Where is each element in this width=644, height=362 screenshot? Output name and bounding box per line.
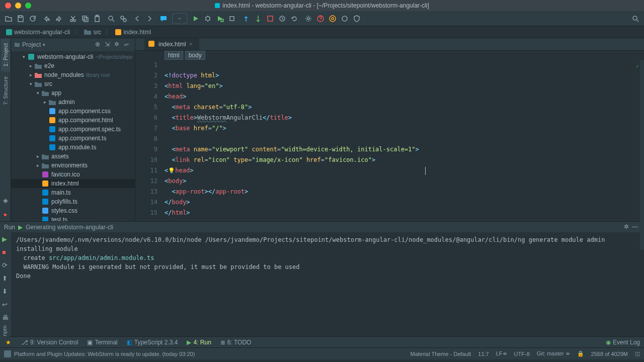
replace-icon[interactable]: [118, 13, 129, 24]
lock-icon[interactable]: 🔒: [577, 350, 584, 357]
project-tree[interactable]: ▾webstorm-angular-cli ~/Projects/sitepo▸…: [11, 51, 135, 221]
code-content[interactable]: <!doctype html> <html lang="en"> <head> …: [165, 60, 640, 250]
tree-row[interactable]: index.html: [11, 179, 135, 188]
shield-icon[interactable]: [351, 13, 362, 24]
tree-row[interactable]: ▸admin: [11, 98, 135, 107]
save-icon[interactable]: [15, 13, 26, 24]
tree-row[interactable]: ▸node_moduleslibrary root: [11, 70, 135, 79]
run-config-dropdown[interactable]: [172, 13, 187, 24]
run-icon[interactable]: [190, 13, 201, 24]
expand-icon[interactable]: ▸: [27, 63, 34, 68]
tree-row[interactable]: app.component.spec.ts: [11, 125, 135, 134]
vcs-history-icon[interactable]: [277, 13, 288, 24]
tree-row[interactable]: styles.css: [11, 206, 135, 215]
expand-icon[interactable]: ▸: [41, 100, 48, 105]
tree-row[interactable]: ▾src: [11, 79, 135, 88]
tab-event-log[interactable]: ◉Event Log: [606, 339, 640, 346]
inspection-ok-icon[interactable]: ✓: [636, 61, 639, 71]
tab-terminal[interactable]: ▣Terminal: [87, 339, 117, 346]
project-tool-tab[interactable]: 1: Project: [1, 38, 10, 71]
tree-row[interactable]: app.component.css: [11, 107, 135, 116]
tab-run[interactable]: ▶4: Run: [187, 339, 211, 346]
rerun-icon[interactable]: ▶: [2, 235, 9, 242]
coverage-icon[interactable]: [214, 13, 225, 24]
tree-row[interactable]: ▾app: [11, 88, 135, 98]
tree-row[interactable]: app.component.ts: [11, 134, 135, 143]
down-icon[interactable]: ⬇: [2, 288, 9, 295]
favorites-icon[interactable]: ★: [4, 338, 12, 346]
tree-row[interactable]: polyfills.ts: [11, 197, 135, 206]
gear-icon[interactable]: [327, 13, 338, 24]
copy-icon[interactable]: [79, 13, 91, 24]
debug-icon[interactable]: [202, 13, 213, 24]
tree-row[interactable]: ▸e2e: [11, 61, 135, 70]
refresh-icon[interactable]: [27, 13, 38, 24]
expand-icon[interactable]: ▾: [27, 81, 34, 86]
tree-row[interactable]: app.component.html: [11, 116, 135, 125]
status-line-ending[interactable]: LF≑: [496, 350, 507, 357]
vcs-commit-icon[interactable]: [253, 13, 264, 24]
status-memory[interactable]: 2568 of 4029M: [591, 351, 628, 357]
structure-tool-tab[interactable]: 7: Structure: [1, 71, 10, 110]
inspector-icon[interactable]: ◫: [635, 350, 640, 357]
status-git[interactable]: Git: master ≑: [537, 350, 570, 357]
tree-row[interactable]: test.ts: [11, 215, 135, 221]
tree-row[interactable]: app.module.ts: [11, 143, 135, 152]
paste-icon[interactable]: [92, 13, 103, 24]
tab-version-control[interactable]: ⎇9: Version Control: [21, 339, 78, 346]
structure-icon[interactable]: ◈: [2, 196, 10, 204]
forward-icon[interactable]: [144, 13, 155, 24]
scroll-from-source-icon[interactable]: ⊕: [95, 41, 103, 49]
up-icon[interactable]: ⬆: [2, 275, 9, 282]
ext-icon[interactable]: [339, 13, 350, 24]
info-icon[interactable]: [4, 350, 11, 357]
print-icon[interactable]: 🖶: [2, 314, 9, 321]
search-everywhere-icon[interactable]: [630, 13, 641, 24]
expand-icon[interactable]: ▾: [20, 54, 27, 59]
panel-title[interactable]: Project ▾: [14, 41, 95, 48]
tree-row[interactable]: favicon.ico: [11, 170, 135, 179]
hide-icon[interactable]: ⥴: [124, 41, 132, 49]
tree-row[interactable]: ▸assets: [11, 152, 135, 161]
status-position[interactable]: 11:7: [478, 351, 489, 357]
help-icon[interactable]: [315, 13, 326, 24]
wrap-icon[interactable]: ↩: [2, 301, 9, 308]
expand-icon[interactable]: ▸: [34, 154, 41, 159]
nav-crumb-file[interactable]: index.html: [112, 28, 154, 37]
settings-icon[interactable]: [303, 13, 314, 24]
breakpoint-icon[interactable]: ●: [2, 210, 10, 218]
expand-icon[interactable]: ▾: [34, 90, 41, 96]
editor-scrollbar[interactable]: [640, 60, 644, 250]
back-icon[interactable]: [132, 13, 143, 24]
nav-crumb-folder[interactable]: src: [81, 28, 104, 37]
stop-icon[interactable]: [226, 13, 237, 24]
minimize-window[interactable]: [15, 3, 21, 9]
undo-icon[interactable]: [41, 13, 52, 24]
expand-icon[interactable]: ▸: [27, 72, 34, 77]
restore-icon[interactable]: ⟳: [2, 261, 9, 268]
expand-icon[interactable]: ▸: [34, 163, 41, 168]
vcs-update-icon[interactable]: [240, 13, 252, 24]
tab-todo[interactable]: ≣6: TODO: [220, 339, 252, 346]
cut-icon[interactable]: [67, 13, 78, 24]
chat-icon[interactable]: [158, 13, 169, 24]
vcs-compare-icon[interactable]: [265, 13, 276, 24]
tree-row[interactable]: ▸environments: [11, 161, 135, 170]
open-icon[interactable]: [3, 13, 14, 24]
vcs-revert-icon[interactable]: [289, 13, 300, 24]
editor-tab[interactable]: index.html ×: [144, 38, 199, 50]
stop-run-icon[interactable]: ■: [2, 248, 9, 255]
close-window[interactable]: [5, 3, 11, 9]
find-icon[interactable]: [106, 13, 117, 24]
panel-settings-icon[interactable]: ✲: [114, 41, 122, 49]
redo-icon[interactable]: [53, 13, 64, 24]
status-encoding[interactable]: UTF-8: [514, 351, 530, 357]
tree-row[interactable]: main.ts: [11, 188, 135, 197]
status-theme[interactable]: Material Theme - Default: [410, 351, 471, 357]
crumb-body[interactable]: body: [185, 51, 205, 60]
nav-crumb-root[interactable]: webstorm-angular-cli: [3, 28, 73, 37]
npm-tool-tab[interactable]: npm: [0, 322, 9, 339]
tree-row[interactable]: ▾webstorm-angular-cli ~/Projects/sitepo: [11, 52, 135, 61]
crumb-html[interactable]: html: [165, 51, 183, 60]
collapse-icon[interactable]: ⇲: [105, 41, 113, 49]
